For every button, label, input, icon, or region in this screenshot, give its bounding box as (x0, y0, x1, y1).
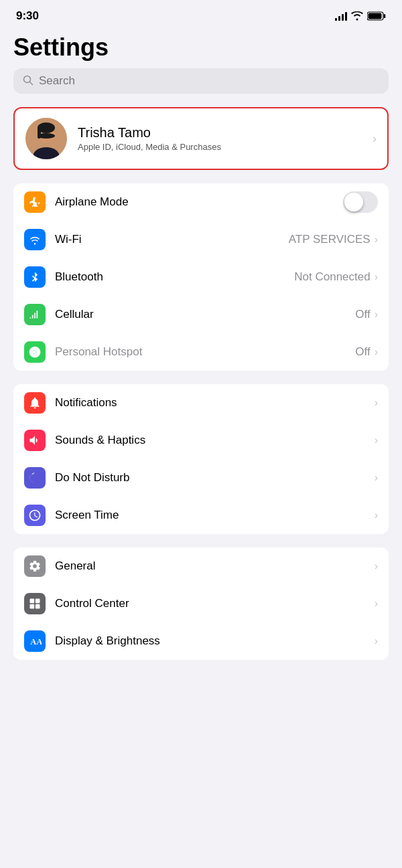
connectivity-group: Airplane Mode Wi-Fi ATP SERVICES › Bluet… (13, 183, 389, 371)
hotspot-label: Personal Hotspot (55, 345, 355, 359)
cellular-row[interactable]: Cellular Off › (13, 296, 389, 333)
svg-rect-12 (36, 599, 40, 604)
svg-rect-14 (36, 604, 40, 609)
status-time: 9:30 (16, 9, 39, 23)
bluetooth-row[interactable]: Bluetooth Not Connected › (13, 258, 389, 296)
signal-icon (335, 11, 347, 21)
general-group: General › Control Center › AA Display & … (13, 547, 389, 660)
controlcenter-row[interactable]: Control Center › (13, 585, 389, 622)
profile-row[interactable]: Trisha Tamo Apple ID, iCloud, Media & Pu… (13, 107, 389, 170)
display-chevron: › (375, 635, 378, 647)
bluetooth-chevron: › (375, 271, 378, 283)
notifications-row[interactable]: Notifications › (13, 384, 389, 422)
hotspot-icon (24, 341, 46, 363)
cellular-icon (24, 304, 46, 325)
wifi-label: Wi-Fi (55, 233, 289, 246)
controlcenter-icon (24, 593, 46, 614)
svg-rect-2 (368, 13, 382, 19)
general-icon (24, 555, 46, 577)
status-icons (335, 11, 386, 21)
status-bar: 9:30 (0, 0, 402, 28)
svg-line-4 (30, 82, 33, 84)
airplane-mode-row[interactable]: Airplane Mode (13, 183, 389, 221)
general-row[interactable]: General › (13, 547, 389, 585)
svg-rect-10 (38, 128, 41, 139)
airplane-mode-label: Airplane Mode (55, 195, 343, 209)
profile-chevron: › (373, 132, 377, 146)
wifi-chevron: › (375, 234, 378, 246)
screentime-icon (24, 505, 46, 526)
sounds-icon (24, 430, 46, 451)
profile-subtitle: Apple ID, iCloud, Media & Purchases (78, 142, 373, 152)
wifi-row-icon (24, 229, 46, 250)
screentime-label: Screen Time (55, 509, 375, 522)
svg-rect-11 (30, 599, 35, 604)
notifications-icon (24, 392, 46, 414)
bluetooth-icon (24, 266, 46, 288)
display-icon: AA (24, 630, 46, 652)
display-label: Display & Brightness (55, 634, 375, 648)
sounds-label: Sounds & Haptics (55, 434, 375, 447)
svg-rect-13 (30, 604, 35, 609)
screentime-chevron: › (375, 509, 378, 521)
search-icon (23, 75, 34, 88)
wifi-value: ATP SERVICES (289, 233, 371, 246)
svg-text:AA: AA (30, 637, 42, 646)
notifications-chevron: › (375, 397, 378, 409)
general-chevron: › (375, 560, 378, 572)
page-title: Settings (13, 33, 389, 62)
donotdisturb-icon (24, 467, 46, 489)
airplane-mode-icon (24, 191, 46, 213)
general-label: General (55, 559, 375, 573)
cellular-value: Off (355, 308, 370, 321)
bluetooth-label: Bluetooth (55, 270, 294, 284)
donotdisturb-label: Do Not Disturb (55, 471, 375, 485)
controlcenter-label: Control Center (55, 597, 375, 610)
cellular-chevron: › (375, 309, 378, 321)
bluetooth-value: Not Connected (294, 270, 370, 284)
wifi-status-icon (351, 11, 363, 21)
airplane-mode-toggle[interactable] (343, 191, 378, 213)
display-row[interactable]: AA Display & Brightness › (13, 622, 389, 660)
notifications-group: Notifications › Sounds & Haptics › Do No… (13, 384, 389, 534)
sounds-chevron: › (375, 434, 378, 446)
wifi-row[interactable]: Wi-Fi ATP SERVICES › (13, 221, 389, 258)
donotdisturb-chevron: › (375, 472, 378, 484)
hotspot-chevron: › (375, 346, 378, 358)
battery-icon (367, 11, 386, 21)
page-title-section: Settings (0, 28, 402, 68)
search-input[interactable] (39, 74, 379, 88)
notifications-label: Notifications (55, 396, 375, 410)
profile-name: Trisha Tamo (78, 125, 373, 141)
controlcenter-chevron: › (375, 598, 378, 610)
sounds-row[interactable]: Sounds & Haptics › (13, 422, 389, 459)
cellular-label: Cellular (55, 308, 355, 321)
donotdisturb-row[interactable]: Do Not Disturb › (13, 459, 389, 497)
profile-info: Trisha Tamo Apple ID, iCloud, Media & Pu… (78, 125, 373, 152)
search-bar[interactable] (13, 68, 389, 94)
screentime-row[interactable]: Screen Time › (13, 497, 389, 534)
avatar (25, 118, 67, 159)
svg-rect-1 (384, 14, 386, 18)
hotspot-value: Off (355, 345, 370, 359)
hotspot-row[interactable]: Personal Hotspot Off › (13, 333, 389, 371)
